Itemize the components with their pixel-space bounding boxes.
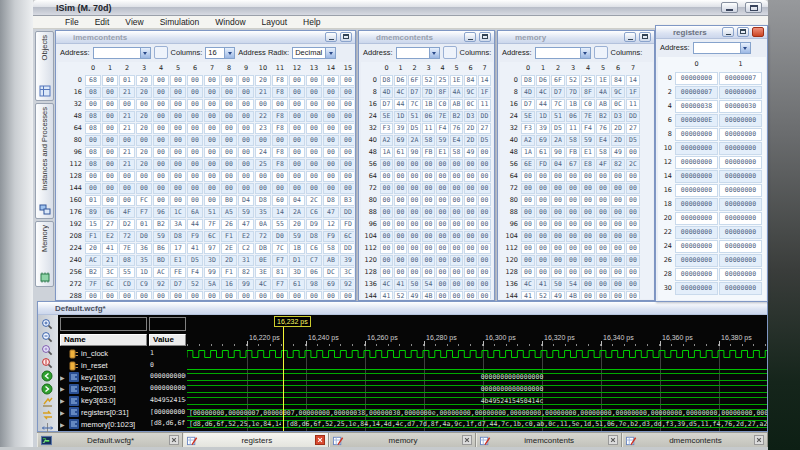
address-combo[interactable]	[535, 47, 591, 59]
memory-cell[interactable]: 00	[566, 171, 580, 182]
memory-cell[interactable]: 00	[153, 147, 169, 158]
memory-cell[interactable]: 6F	[408, 75, 421, 86]
memory-cell[interactable]: 00	[436, 159, 449, 170]
memory-cell[interactable]: 00	[450, 279, 463, 290]
memory-cell[interactable]: 00	[136, 99, 152, 110]
memory-cell[interactable]: 25	[255, 159, 271, 170]
memory-cell[interactable]: DD	[626, 111, 640, 122]
memory-cell[interactable]: 00	[221, 183, 237, 194]
memory-cell[interactable]: 00	[289, 135, 305, 146]
memory-cell[interactable]: 39	[394, 123, 407, 134]
memory-cell[interactable]: 00	[170, 147, 186, 158]
memory-cell[interactable]: 60	[272, 195, 288, 206]
memory-cell[interactable]: 00	[380, 195, 393, 206]
memory-cell[interactable]: 1B	[566, 99, 580, 110]
memory-cell[interactable]: 00	[102, 291, 118, 299]
radix-combo[interactable]: Decimal	[292, 47, 336, 59]
memory-cell[interactable]: 00	[596, 231, 610, 242]
memory-cell[interactable]: 2C	[626, 159, 640, 170]
memory-cell[interactable]: 2D	[611, 135, 625, 146]
memory-cell[interactable]: 59	[238, 207, 254, 218]
memory-cell[interactable]: 00	[422, 267, 435, 278]
memory-cell[interactable]: 00	[611, 231, 625, 242]
memory-cell[interactable]: B2	[153, 219, 169, 230]
memory-cell[interactable]: 23	[255, 123, 271, 134]
memory-cell[interactable]: 00	[306, 135, 322, 146]
tab-memory[interactable]: memory	[329, 433, 475, 447]
memory-cell[interactable]: 5A	[204, 279, 220, 290]
memory-cell[interactable]: D8	[323, 195, 339, 206]
memory-cell[interactable]: C9	[136, 279, 152, 290]
maximize-button[interactable]	[639, 32, 651, 42]
menu-help[interactable]: Help	[295, 16, 328, 29]
memory-cell[interactable]: 00	[187, 99, 203, 110]
memory-cell[interactable]: 00	[436, 207, 449, 218]
memory-cell[interactable]: 00	[85, 99, 101, 110]
memory-cell[interactable]: 00	[170, 159, 186, 170]
memory-cell[interactable]: 00	[238, 87, 254, 98]
memory-cell[interactable]: 00	[153, 195, 169, 206]
memory-cell[interactable]: 00	[422, 183, 435, 194]
memory-cell[interactable]: 00000000	[719, 114, 762, 127]
tab-default-wcfg-[interactable]: Default.wcfg*	[37, 433, 183, 447]
memory-cell[interactable]: 20	[85, 243, 101, 254]
memory-cell[interactable]: 00	[626, 279, 640, 290]
memory-cell[interactable]: 00	[340, 111, 354, 122]
memory-cell[interactable]: E4	[596, 135, 610, 146]
memory-cell[interactable]: 17	[170, 243, 186, 254]
memory-cell[interactable]: 01	[136, 219, 152, 230]
memory-cell[interactable]: 00	[394, 267, 407, 278]
maximize-button[interactable]	[745, 2, 762, 13]
memory-cell[interactable]: 00000000	[719, 268, 762, 281]
memory-cell[interactable]: 00000000	[675, 198, 718, 211]
memory-cell[interactable]: 00	[204, 75, 220, 86]
memory-cell[interactable]: 00	[394, 255, 407, 266]
memory-cell[interactable]: 20	[136, 159, 152, 170]
memory-cell[interactable]: 27	[478, 123, 491, 134]
memory-cell[interactable]: AC	[153, 267, 169, 278]
memory-cell[interactable]: 2C	[306, 195, 322, 206]
memory-cell[interactable]: 47	[238, 219, 254, 230]
memory-cell[interactable]: FB	[566, 147, 580, 158]
memory-cell[interactable]: 00	[136, 171, 152, 182]
memory-cell[interactable]: 00	[566, 267, 580, 278]
memory-cell[interactable]: 20	[136, 147, 152, 158]
memory-cell[interactable]: 76	[596, 123, 610, 134]
memory-cell[interactable]: 04	[551, 159, 565, 170]
memory-cell[interactable]: 4B	[422, 291, 435, 299]
memory-cell[interactable]: 00000007	[719, 72, 762, 85]
memory-cell[interactable]: E4	[450, 135, 463, 146]
memory-cell[interactable]: 00	[306, 183, 322, 194]
memory-cell[interactable]: 00	[422, 219, 435, 230]
signal-row-key3-63-0-[interactable]: ▶key3[63:0]	[60, 395, 147, 407]
memory-cell[interactable]: 1E	[450, 75, 463, 86]
memory-cell[interactable]: 69	[323, 279, 339, 290]
minimize-button[interactable]	[721, 2, 738, 13]
memory-cell[interactable]: 00	[464, 195, 477, 206]
goto-address-icon[interactable]	[154, 46, 168, 59]
memory-cell[interactable]: 00	[153, 87, 169, 98]
memory-cell[interactable]: 00	[394, 195, 407, 206]
memory-cell[interactable]: 2D	[464, 123, 477, 134]
memory-cell[interactable]: 00	[323, 147, 339, 158]
memory-cell[interactable]: 00	[187, 123, 203, 134]
memory-cell[interactable]: 00	[464, 243, 477, 254]
memory-cell[interactable]: 00	[153, 159, 169, 170]
memory-cell[interactable]: 00	[408, 195, 421, 206]
memory-cell[interactable]: F8	[272, 111, 288, 122]
memory-cell[interactable]: 00	[464, 219, 477, 230]
memory-cell[interactable]: 00	[450, 231, 463, 242]
memory-cell[interactable]: 90	[551, 147, 565, 158]
memory-cell[interactable]: 08	[85, 123, 101, 134]
memory-cell[interactable]: E2	[102, 231, 118, 242]
memory-cell[interactable]: 00	[187, 183, 203, 194]
memory-cell[interactable]: 00	[408, 255, 421, 266]
memory-cell[interactable]: D7	[170, 279, 186, 290]
memory-cell[interactable]: 00	[581, 207, 595, 218]
memory-cell[interactable]: 00	[289, 123, 305, 134]
memory-cell[interactable]: BD	[153, 255, 169, 266]
memory-cell[interactable]: E1	[436, 147, 449, 158]
memory-cell[interactable]: 00	[408, 171, 421, 182]
close-icon[interactable]	[754, 435, 764, 445]
memory-cell[interactable]: 00	[306, 75, 322, 86]
